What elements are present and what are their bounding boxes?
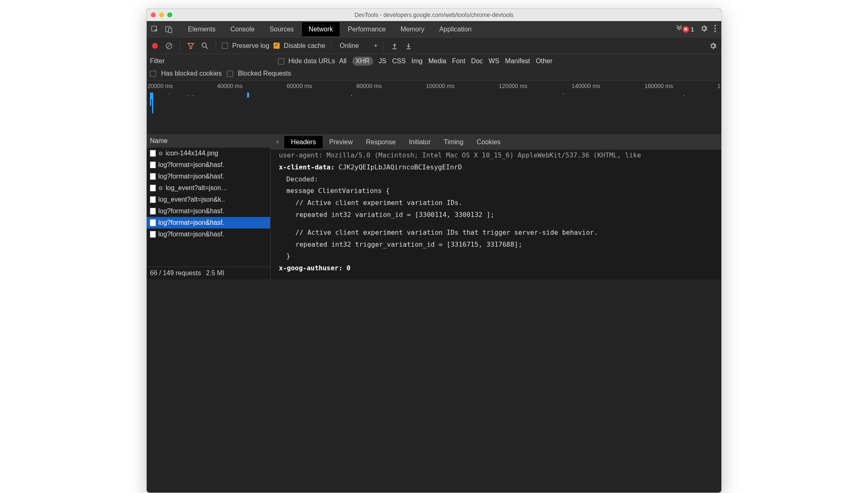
- file-icon: [150, 231, 156, 238]
- detail-tab-preview[interactable]: Preview: [323, 136, 359, 148]
- preserve-log-label: Preserve log: [232, 42, 269, 50]
- record-icon: [152, 43, 158, 49]
- upload-har-icon[interactable]: [390, 41, 400, 51]
- filter-input[interactable]: Filter: [150, 57, 274, 65]
- request-detail: × HeadersPreviewResponseInitiatorTimingC…: [271, 135, 721, 279]
- main-tabs: ElementsConsoleSourcesNetworkPerformance…: [181, 22, 676, 36]
- type-filter-other[interactable]: Other: [536, 57, 552, 65]
- inspect-element-icon[interactable]: [149, 24, 161, 35]
- detail-tab-cookies[interactable]: Cookies: [470, 136, 507, 148]
- network-filterbar: Filter Hide data URLs AllXHRJSCSSImgMedi…: [147, 54, 721, 81]
- type-filter-font[interactable]: Font: [452, 57, 465, 65]
- decoded-line: message ClientVariations {: [279, 185, 713, 197]
- svg-point-3: [714, 25, 716, 26]
- network-toolbar: Preserve log Disable cache Online ▼: [147, 38, 721, 54]
- network-main: Name ⚙icon-144x144.pnglog?format=json&ha…: [147, 135, 721, 279]
- decoded-line: }: [279, 250, 713, 262]
- timeline-bar: [152, 93, 153, 113]
- disable-cache-checkbox[interactable]: [273, 43, 280, 49]
- file-icon: [150, 219, 156, 226]
- detail-tab-headers[interactable]: Headers: [284, 136, 322, 148]
- network-settings-icon[interactable]: [708, 41, 718, 51]
- timeline-tick: 80000 ms: [357, 83, 382, 89]
- type-filter-js[interactable]: JS: [379, 57, 387, 65]
- kebab-menu-icon[interactable]: [714, 24, 716, 34]
- devtools-window: DevTools - developers.google.com/web/too…: [146, 8, 722, 493]
- request-name: log?format=json&hasf.: [158, 173, 224, 180]
- gear-icon: ⚙: [158, 185, 163, 191]
- type-filter-manifest[interactable]: Manifest: [505, 57, 530, 65]
- headers-panel[interactable]: user-agent: Mozilla/5.0 (Macintosh; Inte…: [271, 150, 721, 279]
- request-row[interactable]: log?format=json&hasf.: [147, 217, 270, 229]
- type-filter-img[interactable]: Img: [411, 57, 423, 65]
- tab-application[interactable]: Application: [433, 22, 478, 36]
- request-row[interactable]: ⚙icon-144x144.png: [147, 148, 270, 159]
- timeline-bar: [151, 93, 152, 99]
- clear-button[interactable]: [164, 41, 174, 51]
- settings-icon[interactable]: [700, 24, 708, 34]
- file-icon: [150, 173, 156, 180]
- request-row[interactable]: log?format=json&hasf.: [147, 229, 270, 240]
- tab-memory[interactable]: Memory: [394, 22, 431, 36]
- timeline-tick: 20000 ms: [147, 83, 173, 89]
- timeline-body: [147, 91, 721, 134]
- file-icon: [150, 185, 156, 191]
- device-toolbar-icon[interactable]: [163, 24, 175, 35]
- request-row[interactable]: ⚙log_event?alt=json…: [147, 182, 270, 194]
- timeline-dot: [169, 93, 170, 94]
- decoded-line: // Active client experiment variation ID…: [279, 197, 713, 209]
- timeline-tick: 100000 ms: [426, 83, 454, 89]
- type-filter-doc[interactable]: Doc: [471, 57, 483, 65]
- request-list: Name ⚙icon-144x144.pnglog?format=json&ha…: [147, 135, 271, 279]
- tab-network[interactable]: Network: [302, 22, 340, 36]
- type-filter-css[interactable]: CSS: [392, 57, 406, 65]
- decoded-line: repeated int32 variation_id = [3300114, …: [279, 209, 713, 221]
- svg-rect-11: [407, 48, 411, 49]
- type-filter-media[interactable]: Media: [428, 57, 447, 65]
- main-tabbar: ElementsConsoleSourcesNetworkPerformance…: [147, 21, 721, 38]
- timeline-tick: 1: [717, 83, 721, 89]
- type-filter-xhr[interactable]: XHR: [352, 57, 373, 66]
- has-blocked-cookies-checkbox[interactable]: [150, 71, 156, 77]
- throttling-select[interactable]: Online ▼: [340, 42, 378, 50]
- detail-tab-initiator[interactable]: Initiator: [402, 136, 437, 148]
- tab-console[interactable]: Console: [224, 22, 262, 36]
- hide-data-urls-label: Hide data URLs: [288, 57, 335, 65]
- tab-elements[interactable]: Elements: [181, 22, 222, 36]
- tab-performance[interactable]: Performance: [341, 22, 392, 36]
- type-filter-ws[interactable]: WS: [489, 57, 499, 65]
- download-har-icon[interactable]: [404, 41, 414, 51]
- search-icon[interactable]: [200, 41, 210, 51]
- request-row[interactable]: log?format=json&hasf.: [147, 171, 270, 182]
- close-detail-icon[interactable]: ×: [271, 138, 284, 146]
- timeline-ticks: 20000 ms40000 ms60000 ms80000 ms100000 m…: [147, 81, 721, 89]
- network-timeline[interactable]: 20000 ms40000 ms60000 ms80000 ms100000 m…: [147, 81, 721, 135]
- preserve-log-checkbox[interactable]: [222, 43, 228, 49]
- hide-data-urls-checkbox[interactable]: [278, 58, 284, 64]
- svg-rect-2: [169, 28, 172, 33]
- request-row[interactable]: log_event?alt=json&k..: [147, 194, 270, 205]
- gear-icon: ⚙: [158, 150, 163, 157]
- request-list-header[interactable]: Name: [147, 135, 270, 148]
- blocked-requests-checkbox[interactable]: [227, 71, 233, 77]
- timeline-tick: 60000 ms: [287, 83, 312, 89]
- tab-sources[interactable]: Sources: [263, 22, 300, 36]
- request-row[interactable]: log?format=json&hasf.: [147, 159, 270, 171]
- header-x-goog-authuser: x-goog-authuser: 0: [279, 262, 713, 274]
- record-button[interactable]: [150, 41, 160, 51]
- detail-tab-response[interactable]: Response: [359, 136, 402, 148]
- request-row[interactable]: log?format=json&hasf.: [147, 205, 270, 217]
- file-icon: [150, 208, 156, 214]
- file-icon: [150, 162, 156, 168]
- type-filter-all[interactable]: All: [339, 57, 347, 65]
- status-bar: 66 / 149 requests 2.5 MI: [147, 267, 270, 279]
- detail-tabs: × HeadersPreviewResponseInitiatorTimingC…: [271, 135, 721, 150]
- type-filters: AllXHRJSCSSImgMediaFontDocWSManifestOthe…: [339, 57, 552, 66]
- titlebar: DevTools - developers.google.com/web/too…: [147, 9, 721, 21]
- filter-icon[interactable]: [186, 41, 196, 51]
- svg-line-7: [167, 44, 171, 48]
- more-tabs-icon[interactable]: [676, 25, 683, 33]
- detail-tab-timing[interactable]: Timing: [437, 136, 470, 148]
- error-badge[interactable]: ✕ 1: [683, 26, 694, 33]
- chevron-down-icon: ▼: [374, 43, 378, 48]
